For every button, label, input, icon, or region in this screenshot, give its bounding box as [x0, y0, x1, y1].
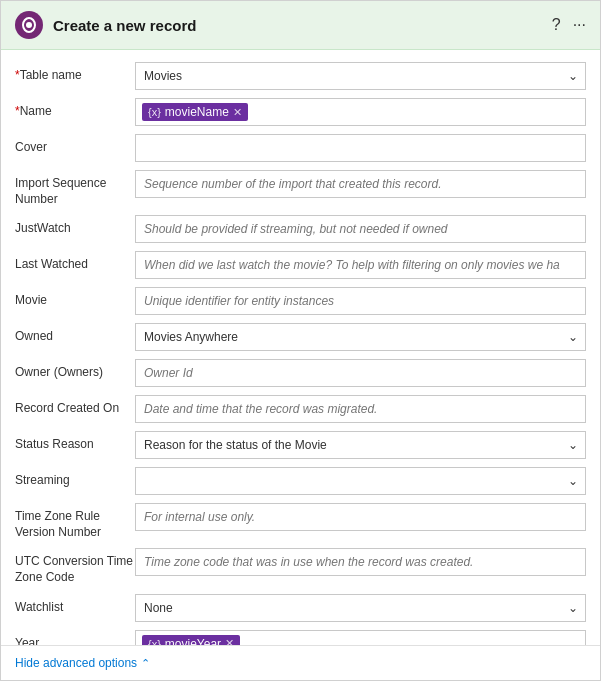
tag-label: movieName: [165, 105, 229, 119]
field-input-wrapper: ⌄: [135, 467, 586, 495]
select-field-10[interactable]: Reason for the status of the Movie: [135, 431, 586, 459]
header-actions: ? ···: [552, 16, 586, 34]
field-label: *Table name: [15, 62, 135, 84]
tag-input-15[interactable]: {x}movieYear✕: [135, 630, 586, 645]
form-content: *Table nameMovies⌄*Name{x}movieName✕Cove…: [1, 50, 600, 645]
expression-icon: {x}: [148, 106, 161, 118]
field-label: Owner (Owners): [15, 359, 135, 381]
tag-label: movieYear: [165, 637, 221, 645]
field-input-wrapper: Movies Anywhere⌄: [135, 323, 586, 351]
tag[interactable]: {x}movieName✕: [142, 103, 248, 121]
field-row: *Table nameMovies⌄: [1, 58, 600, 94]
field-label: Time Zone Rule Version Number: [15, 503, 135, 540]
select-field-11[interactable]: [135, 467, 586, 495]
field-row: OwnedMovies Anywhere⌄: [1, 319, 600, 355]
field-input-wrapper: [135, 170, 586, 198]
field-input-wrapper: {x}movieYear✕: [135, 630, 586, 645]
field-input-wrapper: [135, 359, 586, 387]
app-logo: [15, 11, 43, 39]
footer: Hide advanced options ⌃: [1, 645, 600, 680]
tag-remove-button[interactable]: ✕: [233, 106, 242, 119]
tag-remove-button[interactable]: ✕: [225, 637, 234, 645]
field-label: UTC Conversion Time Zone Code: [15, 548, 135, 585]
field-label: *Name: [15, 98, 135, 120]
expression-icon: {x}: [148, 638, 161, 645]
select-wrapper: Movies⌄: [135, 62, 586, 90]
field-input-wrapper: [135, 251, 586, 279]
header: Create a new record ? ···: [1, 1, 600, 50]
field-row: Year{x}movieYear✕: [1, 626, 600, 645]
field-row: JustWatch: [1, 211, 600, 247]
field-row: Last Watched: [1, 247, 600, 283]
field-label: Watchlist: [15, 594, 135, 616]
field-label: Last Watched: [15, 251, 135, 273]
field-row: UTC Conversion Time Zone Code: [1, 544, 600, 589]
field-row: Time Zone Rule Version Number: [1, 499, 600, 544]
field-input-wrapper: [135, 503, 586, 531]
select-wrapper: Movies Anywhere⌄: [135, 323, 586, 351]
select-field-7[interactable]: Movies Anywhere: [135, 323, 586, 351]
field-input-wrapper: None⌄: [135, 594, 586, 622]
select-field-0[interactable]: Movies: [135, 62, 586, 90]
field-row: WatchlistNone⌄: [1, 590, 600, 626]
text-field-3[interactable]: [135, 170, 586, 198]
text-field-13[interactable]: [135, 548, 586, 576]
hide-advanced-button[interactable]: Hide advanced options ⌃: [15, 656, 150, 670]
field-row: Record Created On: [1, 391, 600, 427]
field-row: *Name{x}movieName✕: [1, 94, 600, 130]
field-row: Import Sequence Number: [1, 166, 600, 211]
field-row: Movie: [1, 283, 600, 319]
text-field-9[interactable]: [135, 395, 586, 423]
field-label: Cover: [15, 134, 135, 156]
field-row: Cover: [1, 130, 600, 166]
tag[interactable]: {x}movieYear✕: [142, 635, 240, 645]
select-field-14[interactable]: None: [135, 594, 586, 622]
select-wrapper: ⌄: [135, 467, 586, 495]
select-wrapper: Reason for the status of the Movie⌄: [135, 431, 586, 459]
field-label: Import Sequence Number: [15, 170, 135, 207]
help-icon[interactable]: ?: [552, 16, 561, 34]
field-label: Year: [15, 630, 135, 645]
field-label: Owned: [15, 323, 135, 345]
page-title: Create a new record: [53, 17, 542, 34]
field-input-wrapper: [135, 395, 586, 423]
text-field-2[interactable]: [135, 134, 586, 162]
field-label: Status Reason: [15, 431, 135, 453]
field-input-wrapper: Movies⌄: [135, 62, 586, 90]
text-field-6[interactable]: [135, 287, 586, 315]
field-row: Owner (Owners): [1, 355, 600, 391]
tag-input-1[interactable]: {x}movieName✕: [135, 98, 586, 126]
text-field-5[interactable]: [135, 251, 586, 279]
field-input-wrapper: Reason for the status of the Movie⌄: [135, 431, 586, 459]
svg-point-1: [26, 22, 32, 28]
chevron-up-icon: ⌃: [141, 657, 150, 670]
more-options-icon[interactable]: ···: [573, 16, 586, 34]
field-row: Streaming⌄: [1, 463, 600, 499]
field-label: Streaming: [15, 467, 135, 489]
select-wrapper: None⌄: [135, 594, 586, 622]
field-input-wrapper: [135, 548, 586, 576]
panel: Create a new record ? ··· *Table nameMov…: [0, 0, 601, 681]
text-field-4[interactable]: [135, 215, 586, 243]
field-label: JustWatch: [15, 215, 135, 237]
hide-advanced-label: Hide advanced options: [15, 656, 137, 670]
field-input-wrapper: [135, 134, 586, 162]
text-field-8[interactable]: [135, 359, 586, 387]
field-input-wrapper: [135, 287, 586, 315]
field-label: Record Created On: [15, 395, 135, 417]
field-row: Status ReasonReason for the status of th…: [1, 427, 600, 463]
required-marker: *: [15, 104, 20, 118]
text-field-12[interactable]: [135, 503, 586, 531]
field-input-wrapper: [135, 215, 586, 243]
required-marker: *: [15, 68, 20, 82]
field-input-wrapper: {x}movieName✕: [135, 98, 586, 126]
field-label: Movie: [15, 287, 135, 309]
